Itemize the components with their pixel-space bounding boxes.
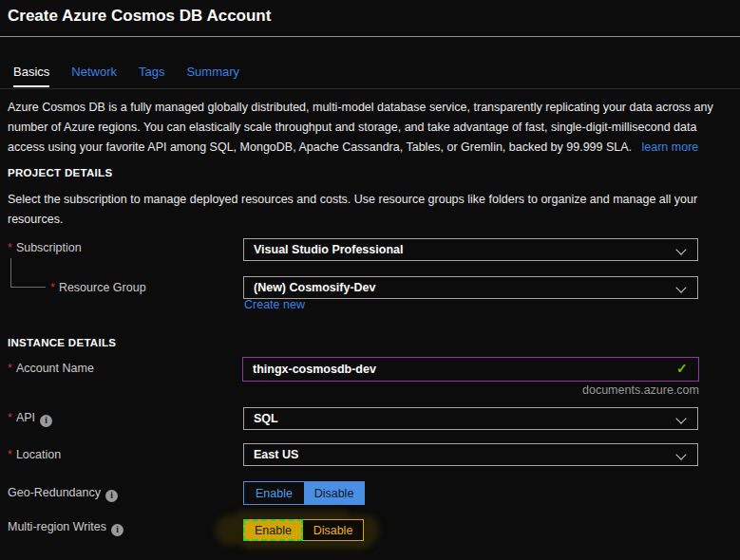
subscription-value: Visual Studio Professional: [254, 243, 403, 256]
hierarchy-connector: [10, 258, 46, 288]
info-icon[interactable]: i: [111, 524, 123, 536]
subscription-select[interactable]: Visual Studio Professional: [243, 238, 698, 261]
tab-bar: Basics Network Tags Summary: [13, 65, 239, 87]
multi-region-writes-disable-button[interactable]: Disable: [303, 519, 364, 541]
service-description: Azure Cosmos DB is a fully managed globa…: [8, 98, 735, 158]
account-name-input[interactable]: [242, 357, 699, 382]
create-new-link[interactable]: Create new: [244, 298, 305, 311]
account-name-label: *Account Name: [8, 362, 94, 375]
multi-region-writes-enable-button[interactable]: Enable: [243, 519, 303, 541]
instance-details-heading: INSTANCE DETAILS: [8, 337, 116, 348]
geo-redundancy-enable-button[interactable]: Enable: [244, 482, 304, 504]
page-title: Create Azure Cosmos DB Account: [8, 7, 271, 26]
subscription-label: *Subscription: [8, 241, 82, 254]
create-cosmos-db-page: Create Azure Cosmos DB Account Basics Ne…: [0, 0, 740, 560]
tabs-divider: [0, 88, 740, 89]
chevron-down-icon: [675, 244, 686, 254]
multi-region-writes-label: Multi-region Writesi: [8, 520, 123, 536]
required-marker: *: [8, 448, 12, 461]
domain-hint: documents.azure.com: [242, 383, 699, 397]
multi-region-writes-toggle: Enable Disable: [243, 519, 364, 541]
required-marker: *: [50, 281, 55, 294]
required-marker: *: [8, 241, 12, 254]
geo-redundancy-disable-button[interactable]: Disable: [304, 482, 364, 504]
api-value: SQL: [254, 412, 278, 425]
resource-group-label: *Resource Group: [50, 281, 146, 294]
api-select[interactable]: SQL: [243, 407, 698, 430]
tab-network[interactable]: Network: [71, 65, 117, 87]
geo-redundancy-label: Geo-Redundancyi: [8, 486, 118, 502]
tab-tags[interactable]: Tags: [139, 65, 164, 87]
resource-group-select[interactable]: (New) Cosmosify-Dev: [243, 276, 698, 299]
geo-redundancy-toggle: Enable Disable: [243, 481, 365, 505]
info-icon[interactable]: i: [40, 415, 52, 427]
location-value: East US: [254, 448, 298, 461]
chevron-down-icon: [675, 413, 686, 423]
required-marker: *: [8, 362, 12, 375]
info-icon[interactable]: i: [105, 490, 118, 502]
location-select[interactable]: East US: [243, 443, 698, 466]
chevron-down-icon: [675, 449, 686, 459]
learn-more-link[interactable]: learn more: [642, 140, 699, 154]
project-details-description: Select the subscription to manage deploy…: [8, 190, 715, 230]
chevron-down-icon: [675, 282, 686, 292]
service-description-text: Azure Cosmos DB is a fully managed globa…: [8, 101, 713, 154]
title-divider: [0, 36, 740, 37]
required-marker: *: [8, 411, 12, 424]
location-label: *Location: [8, 448, 61, 461]
resource-group-value: (New) Cosmosify-Dev: [254, 281, 376, 294]
project-details-heading: PROJECT DETAILS: [8, 167, 112, 178]
valid-checkmark-icon: ✓: [676, 361, 688, 376]
tab-basics[interactable]: Basics: [13, 65, 49, 87]
tab-summary[interactable]: Summary: [186, 65, 239, 87]
api-label: *APIi: [8, 411, 52, 427]
